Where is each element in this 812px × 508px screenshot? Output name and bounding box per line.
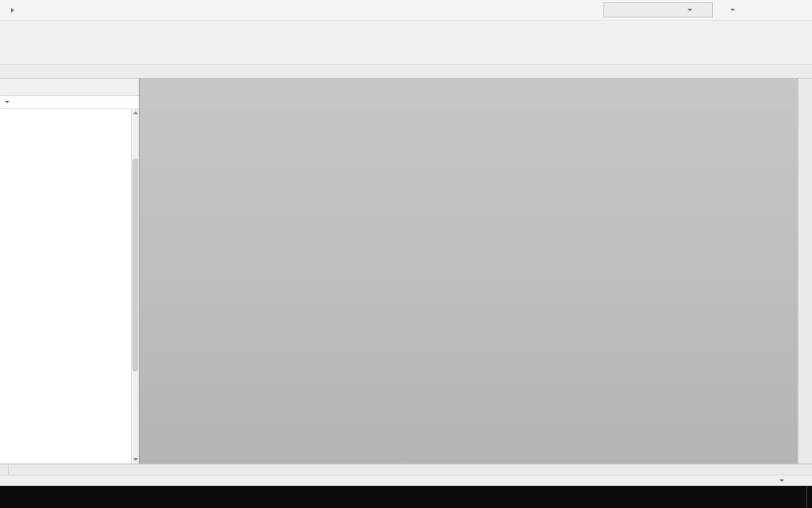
system-tray [771,486,812,508]
search-box[interactable] [603,2,713,17]
status-bar [0,475,812,486]
tree-scrollbar[interactable] [131,109,139,464]
units-caret-icon[interactable] [779,479,784,482]
help-caret-icon[interactable] [730,9,735,11]
search-input[interactable] [607,6,680,15]
menu-expand-arrow-icon[interactable] [11,8,14,13]
restore-button[interactable] [765,2,784,18]
tree-root-item[interactable] [0,110,131,123]
solidworks-window [0,0,812,508]
task-pane-strip [798,79,812,464]
scroll-up-icon[interactable] [133,111,138,114]
doc-tab-lead-icons [0,464,9,475]
feature-manager-panel [0,79,140,464]
close-button[interactable] [790,2,809,18]
windows-taskbar [0,486,812,508]
document-tab-bar [0,464,812,475]
filter-caret-icon[interactable] [5,101,10,103]
minimize-button[interactable] [741,2,760,18]
tree-filter-row [0,96,139,109]
main-area [0,79,812,464]
graphics-viewport[interactable] [140,79,798,464]
title-bar [0,0,812,21]
icosahedron-model[interactable] [140,79,798,464]
command-tab-bar [0,65,812,79]
command-manager-ribbon [0,21,812,65]
search-scope-caret-icon[interactable] [688,9,692,11]
scroll-down-icon[interactable] [133,458,138,461]
titlebar-right-group [598,2,812,18]
status-right-group [739,479,808,482]
panel-tab-strip [0,79,139,96]
show-desktop-button[interactable] [806,486,810,508]
feature-tree [0,109,139,464]
scrollbar-thumb[interactable] [132,159,138,371]
